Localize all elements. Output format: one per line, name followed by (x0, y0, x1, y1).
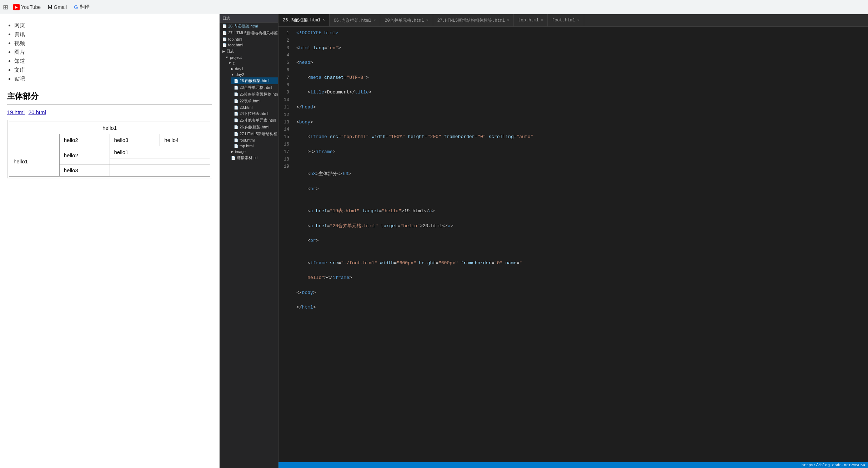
code-lines: 1 2 3 4 5 6 7 8 9 10 11 12 13 14 15 16 1… (279, 27, 868, 462)
table-cell-hello1-top: hello1 (9, 122, 210, 134)
table-cell-hello2-mid: hello2 (59, 146, 110, 164)
tree-item-25strategy[interactable]: 📄 25策略的高级标签.html (231, 91, 278, 98)
tab-06html[interactable]: 06.内嵌框架.html × (330, 14, 381, 26)
tree-item-day2[interactable]: ▼ day2 (228, 72, 278, 77)
nav-item-image[interactable]: 图片 (14, 49, 212, 56)
table-cell-hello2-r2: hello2 (59, 134, 110, 146)
tree-item-foot[interactable]: 📄 foot.html (231, 137, 278, 143)
tree-item-top[interactable]: 📄 top.html (231, 143, 278, 149)
tree-item-25form-elements[interactable]: 📄 25其他表单元素.html (231, 117, 278, 124)
tab-close-icon[interactable]: × (373, 19, 376, 22)
table-row: hello2 hello3 hello4 (9, 134, 210, 146)
app-youtube[interactable]: YouTube (11, 3, 43, 11)
tab-26html[interactable]: 26.内嵌框架.html × (279, 14, 330, 26)
app-translate[interactable]: G 翻译 (72, 3, 92, 11)
file-tree-panel: 日志 📄 26.内嵌框架.html 📄 27.HTML5新增结构相关标签.htm… (220, 14, 279, 468)
line-numbers: 1 2 3 4 5 6 7 8 9 10 11 12 13 14 15 16 1… (279, 30, 293, 459)
table-cell-empty3 (110, 164, 210, 177)
tree-item-26html-day2[interactable]: 📄 26.内嵌框架.html (231, 77, 278, 84)
table-cell-hello3-r2: hello3 (110, 134, 160, 146)
youtube-icon (13, 4, 20, 10)
section-title: 主体部分 (7, 91, 212, 102)
tree-item-26html-inner[interactable]: 📄 26.内嵌框架.html (231, 124, 278, 131)
nav-list: 网页 资讯 视频 图片 知道 文库 贴吧 (7, 22, 212, 82)
status-bar: https://blog.csdn.net/WSF54 (279, 462, 868, 468)
table-cell-hello4-r2: hello4 (160, 134, 210, 146)
link-19html[interactable]: 19.html (7, 109, 25, 115)
main-layout: 网页 资讯 视频 图片 知道 文库 贴吧 主体部分 19.html 20.htm… (0, 14, 868, 468)
browser-content: 网页 资讯 视频 图片 知道 文库 贴吧 主体部分 19.html 20.htm… (0, 14, 220, 468)
tab-label: 20合并单元格.html (385, 17, 424, 24)
apps-grid-icon[interactable]: ⊞ (3, 3, 8, 11)
table-cell-empty2 (110, 158, 210, 164)
tree-item-23[interactable]: 📄 23.html (231, 105, 278, 110)
code-content: <!DOCTYPE html> <html lang="en"> <head> … (293, 30, 868, 459)
tree-item-24dropdown[interactable]: 📄 24下拉列表.html (231, 110, 278, 117)
nav-item-webpage[interactable]: 网页 (14, 22, 212, 29)
browser-bar: ⊞ YouTube M Gmail G 翻译 (0, 0, 868, 14)
tree-item-rizhi[interactable]: ▶ 日志 (220, 48, 278, 55)
tree-item-foothtml-top[interactable]: 📄 foot.html (220, 42, 278, 48)
tree-item-links-txt[interactable]: 📄 链接素材.txt (228, 154, 278, 161)
iframe-container: hello1 hello2 hello3 hello4 hello1 hello… (7, 120, 212, 178)
tree-item-tophtml-top[interactable]: 📄 top.html (220, 36, 278, 42)
tab-close-icon[interactable]: × (323, 18, 325, 22)
tab-close-icon[interactable]: × (577, 19, 579, 22)
table-cell-hello1-right: hello1 (110, 146, 210, 158)
tab-close-icon[interactable]: × (507, 19, 509, 22)
hello-table: hello1 hello2 hello3 hello4 hello1 hello… (9, 122, 210, 177)
status-url: https://blog.csdn.net/WSF54 (802, 463, 865, 467)
gmail-label: Gmail (54, 4, 67, 10)
tree-item-image[interactable]: ▶ image (228, 149, 278, 154)
tree-item-27html-inner[interactable]: 📄 27.HTML5新增结构相关标签.html (231, 131, 278, 137)
tab-close-icon[interactable]: × (541, 19, 543, 22)
code-editor: 26.内嵌框架.html × 06.内嵌框架.html × 20合并单元格.ht… (279, 14, 868, 468)
tree-item-22form[interactable]: 📄 22表单.html (231, 98, 278, 105)
editor-tabs: 26.内嵌框架.html × 06.内嵌框架.html × 20合并单元格.ht… (279, 14, 868, 27)
tree-item-c[interactable]: ▼ c (225, 60, 278, 66)
nav-item-tieba[interactable]: 贴吧 (14, 76, 212, 82)
tab-label: top.html (518, 18, 539, 23)
tree-item-project[interactable]: ▼ project (222, 55, 278, 60)
tab-label: 27.HTML5新增结构相关标签.html (437, 17, 505, 24)
tab-foothtml[interactable]: foot.html × (548, 14, 584, 26)
table-row: hello1 hello2 hello1 (9, 146, 210, 158)
link-20html[interactable]: 20.html (29, 109, 46, 115)
translate-label: 翻译 (80, 4, 90, 10)
nav-item-video[interactable]: 视频 (14, 40, 212, 47)
table-cell-hello1-left: hello1 (9, 146, 60, 177)
tab-close-icon[interactable]: × (426, 19, 428, 22)
table-row: hello1 (9, 122, 210, 134)
nav-item-zhidao[interactable]: 知道 (14, 58, 212, 65)
tab-27html[interactable]: 27.HTML5新增结构相关标签.html × (433, 14, 514, 26)
tab-label: foot.html (552, 18, 575, 23)
translate-icon: G (74, 4, 78, 10)
tab-label: 06.内嵌框架.html (334, 17, 372, 24)
table-cell-hello3-bot: hello3 (59, 164, 110, 177)
nav-item-news[interactable]: 资讯 (14, 31, 212, 38)
tree-header: 日志 (220, 14, 278, 23)
table-cell-empty1 (9, 134, 60, 146)
tree-item-26html-top[interactable]: 📄 26.内嵌框架.html (220, 23, 278, 30)
tab-20merge[interactable]: 20合并单元格.html × (380, 14, 433, 26)
tab-tophtml[interactable]: top.html × (514, 14, 548, 26)
tree-item-20merge[interactable]: 📄 20合并单元格.html (231, 84, 278, 91)
tab-label: 26.内嵌框架.html (283, 17, 321, 23)
divider (7, 105, 212, 105)
tree-item-27html-top[interactable]: 📄 27.HTML5新增结构相关标签.html (220, 30, 278, 36)
app-gmail[interactable]: M Gmail (46, 3, 69, 11)
gmail-icon: M (48, 4, 52, 10)
youtube-label: YouTube (21, 4, 41, 10)
links-area: 19.html 20.html (7, 109, 212, 116)
nav-item-wenku[interactable]: 文库 (14, 67, 212, 73)
tree-item-day1[interactable]: ▶ day1 (228, 66, 278, 72)
